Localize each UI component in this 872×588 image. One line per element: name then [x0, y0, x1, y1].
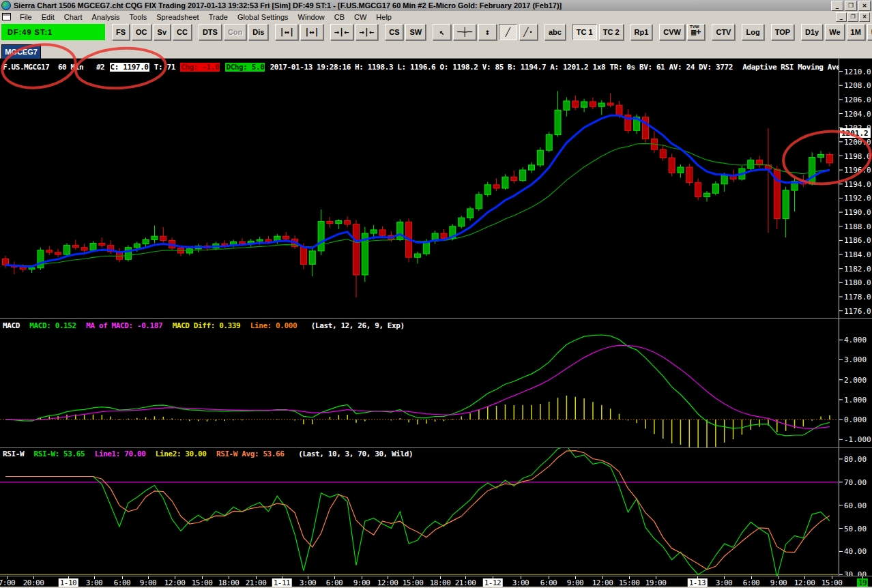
header-segment: (Last, 10, 3, 70, 30, Wild)	[297, 450, 413, 458]
app-globe-icon	[1, 1, 11, 10]
vertical-measure-tool-icon[interactable]: ↕	[478, 24, 497, 40]
time-axis[interactable]: 7:0020:001-103:006:009:0012:0015:0018:00…	[0, 576, 872, 587]
svg-text:30.00: 30.00	[844, 570, 867, 576]
dis-button[interactable]: Dis	[248, 24, 268, 40]
main-price-chart[interactable]: 1210.01208.01206.01204.01202.01200.01198…	[0, 59, 872, 318]
tc1-button[interactable]: TC 1	[572, 24, 597, 40]
sv-button[interactable]: Sv	[154, 24, 171, 40]
svg-text:1204.0: 1204.0	[844, 110, 871, 119]
child-minimize-button[interactable]: _	[836, 12, 847, 22]
menu-trade[interactable]: Trade	[204, 13, 233, 21]
macd-panel[interactable]: 4.0003.0002.0001.0000.000-1.000	[0, 319, 872, 447]
menu-analysis[interactable]: Analysis	[87, 13, 125, 21]
menu-cb[interactable]: CB	[330, 13, 349, 21]
svg-text:2.000: 2.000	[844, 376, 867, 385]
header-segment: Line1: 70.00	[94, 450, 155, 458]
header-segment: MA of MACD: -0.187	[85, 321, 171, 330]
data-feed-status-box: DF:49 ST:1	[1, 24, 105, 40]
svg-text:1208.0: 1208.0	[844, 81, 871, 90]
oc-button[interactable]: OC	[132, 24, 151, 40]
svg-text:1192.0: 1192.0	[844, 194, 871, 203]
decrease-bar-spacing-icon[interactable]: →|←	[330, 24, 353, 40]
increase-bar-spacing-bold-icon[interactable]: |↔|	[300, 24, 323, 40]
header-segment: RSI-W	[2, 450, 33, 458]
rp1-button[interactable]: Rp1	[630, 24, 653, 40]
header-segment: T: 71	[149, 63, 181, 72]
ctv-button[interactable]: CTV	[712, 24, 735, 40]
header-segment: Chg: -1.0	[180, 63, 220, 72]
cc-button[interactable]: CC	[173, 24, 192, 40]
polyline-tool-icon[interactable]: ╱·	[519, 24, 538, 40]
tab-mgceg7[interactable]: MGCEG7	[1, 44, 41, 59]
log-button[interactable]: Log	[742, 24, 764, 40]
close-button[interactable]: ×	[858, 1, 871, 11]
menu-cw[interactable]: CW	[349, 13, 371, 21]
line-tool-icon[interactable]: ╱	[499, 24, 517, 40]
menu-bar-items: FileEditChartAnalysisToolsSpreadsheetTra…	[15, 13, 396, 21]
svg-text:1184.0: 1184.0	[844, 250, 871, 259]
cvw-button[interactable]: CVW	[659, 24, 685, 40]
dts-button[interactable]: DTS	[199, 24, 222, 40]
text-tool-button[interactable]: abc	[544, 24, 566, 40]
header-segment: RSI-W Avg: 53.66	[216, 450, 297, 458]
header-segment: MACD Diff: 0.339	[172, 321, 250, 330]
toolbar: DF:49 ST:1 FSOCSvCCDTSConDis|↔||↔|→|←→|←…	[0, 23, 872, 42]
menu-help[interactable]: Help	[371, 13, 396, 21]
top-button[interactable]: TOP	[771, 24, 794, 40]
tvw-grid-icon[interactable]: TVW▦+	[687, 24, 705, 40]
last-price-marker: 1201.2	[840, 128, 871, 138]
interval-5m-button[interactable]: 5M	[867, 24, 872, 40]
menu-window[interactable]: Window	[293, 13, 330, 21]
svg-text:70.00: 70.00	[844, 478, 867, 487]
header-segment: Line: 0.000	[250, 321, 310, 330]
pointer-tool-icon[interactable]: ↖	[433, 24, 451, 40]
menu-chart[interactable]: Chart	[59, 13, 87, 21]
menu-spreadsheet[interactable]: Spreadsheet	[151, 13, 203, 21]
header-segment: Line2: 30.00	[155, 450, 216, 458]
macd-header: MACD MACD: 0.152 MA of MACD: -0.187 MACD…	[2, 321, 839, 331]
svg-text:0.000: 0.000	[844, 415, 867, 424]
svg-text:1210.0: 1210.0	[844, 68, 871, 76]
increase-bar-spacing-icon[interactable]: |↔|	[275, 24, 298, 40]
header-segment: F.US.MGCG17 60 Min #2	[2, 63, 110, 72]
chart-tab-bar: MGCEG7	[0, 42, 872, 59]
chart-region: F.US.MGCG17 60 Min #2 C: 1197.0 T: 71 Ch…	[0, 59, 872, 588]
menu-tools[interactable]: Tools	[125, 13, 152, 21]
svg-text:1182.0: 1182.0	[844, 265, 871, 274]
child-close-button[interactable]: ×	[859, 12, 870, 22]
header-segment: 2017-01-13 19:28:16 H: 1198.3 L: 1196.6 …	[265, 63, 742, 72]
sierra-chart-window: Sierra Chart 1506 MGCEG7.cht CQG FIX Tra…	[0, 0, 872, 588]
svg-text:1176.0: 1176.0	[844, 307, 871, 316]
decrease-bar-spacing-bold-icon[interactable]: →|←	[355, 24, 379, 40]
svg-text:1190.0: 1190.0	[844, 208, 871, 217]
we-button[interactable]: We	[825, 24, 844, 40]
fs-button[interactable]: FS	[112, 24, 130, 40]
menu-global-settings[interactable]: Global Settings	[233, 13, 293, 21]
svg-text:1206.0: 1206.0	[844, 95, 871, 104]
svg-text:1200.0: 1200.0	[844, 138, 871, 147]
svg-text:1194.0: 1194.0	[844, 180, 871, 189]
svg-text:1198.0: 1198.0	[844, 152, 871, 161]
header-segment: Adaptive RSI Moving Average With	[742, 63, 839, 72]
rsi-panel[interactable]: 80.0070.0060.0050.0040.0030.00	[0, 448, 872, 576]
sw-button[interactable]: SW	[405, 24, 426, 40]
menu-file[interactable]: File	[15, 13, 37, 21]
svg-text:1188.0: 1188.0	[844, 222, 871, 231]
menu-bar: FileEditChartAnalysisToolsSpreadsheetTra…	[0, 11, 872, 23]
interval-1m-button[interactable]: 1M	[847, 24, 865, 40]
crosshair-tool-icon[interactable]: ─┼─	[453, 24, 476, 40]
restore-button[interactable]: ❐	[845, 1, 857, 11]
menu-edit[interactable]: Edit	[37, 13, 59, 21]
header-segment: RSI-W: 53.65	[33, 450, 94, 458]
header-segment: C: 1197.0	[110, 63, 149, 72]
cs-button[interactable]: CS	[385, 24, 403, 40]
panel-separator	[0, 318, 872, 319]
child-restore-button[interactable]: ❐	[847, 12, 858, 22]
svg-text:50.00: 50.00	[844, 525, 867, 533]
header-segment: MACD: 0.152	[29, 321, 85, 330]
d1y-button[interactable]: D1y	[801, 24, 823, 40]
minimize-button[interactable]: _	[831, 1, 843, 11]
child-document-icon	[2, 13, 11, 20]
tc2-button[interactable]: TC 2	[599, 24, 624, 40]
header-segment: DChg: 5.0	[225, 63, 265, 72]
